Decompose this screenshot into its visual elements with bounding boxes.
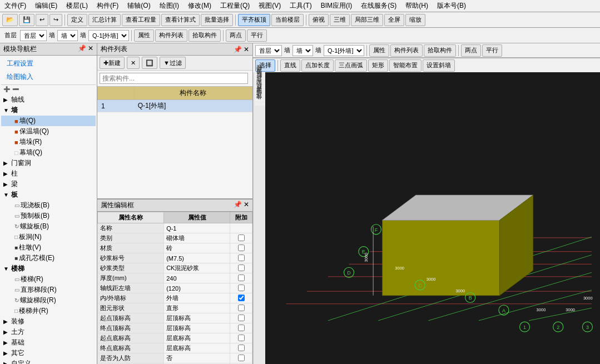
nav-wall-q[interactable]: ■ 墙(Q) [1, 116, 96, 126]
nav-col-cap[interactable]: ■ 柱墩(V) [1, 242, 96, 253]
col-expand-icon[interactable]: ▶ [3, 171, 10, 177]
nav-stair-r[interactable]: ▭ 楼梯(R) [1, 274, 96, 285]
tb-open[interactable]: 📂 [2, 14, 18, 26]
props-checkbox[interactable] [238, 245, 245, 251]
beam-expand-icon[interactable]: ▶ [3, 181, 10, 187]
menu-component[interactable]: 构件(F) [95, 1, 121, 11]
tb-top-view[interactable]: 俯视 [309, 14, 329, 26]
nav-earthwork[interactable]: ▶ 土方 [1, 327, 96, 337]
tool-merge-btn[interactable]: 合并 [255, 85, 265, 88]
draw-line-btn[interactable]: 直线 [280, 59, 300, 72]
tool-break-btn[interactable]: 打断 [255, 81, 265, 84]
tb-two-point[interactable]: 两点 [226, 29, 246, 42]
custom-expand-icon[interactable]: ▶ [3, 361, 10, 364]
wall-expand-icon[interactable]: ▼ [3, 107, 10, 113]
view-comp-list-btn[interactable]: 构件列表 [390, 44, 423, 57]
props-value-cell[interactable]: 层顶标高 [164, 323, 230, 333]
props-value-cell[interactable]: (120) [164, 283, 230, 293]
nav-wall-buttress[interactable]: ■ 墙垛(R) [1, 137, 96, 147]
menu-online[interactable]: 在线服务(S) [359, 1, 399, 11]
menu-version[interactable]: 版本号(B) [435, 1, 468, 11]
props-value-cell[interactable]: 砖 [164, 243, 230, 253]
props-add-cell[interactable] [230, 283, 252, 293]
menu-help[interactable]: 帮助(H) [403, 1, 430, 11]
props-add-cell[interactable] [230, 263, 252, 273]
wall-dropdown[interactable]: 墙 [57, 30, 78, 41]
menu-floor[interactable]: 楼层(L) [64, 1, 90, 11]
nav-curtain-wall[interactable]: □ 幕墙(Q) [1, 147, 96, 158]
tb-define[interactable]: 定义 [67, 14, 87, 26]
nav-stairs-header[interactable]: ▼ 楼梯 [1, 263, 96, 274]
view-outer-wall-dropdown[interactable]: Q-1[外墙] [324, 45, 364, 56]
nav-slab-header[interactable]: ▼ 板 [1, 190, 96, 200]
props-value-cell[interactable]: Q-1 [164, 223, 230, 233]
view-wall-type-dropdown[interactable]: 墙 [292, 45, 313, 56]
draw-point-len-btn[interactable]: 点加长度 [301, 59, 334, 72]
props-checkbox[interactable] [238, 275, 245, 281]
nav-add-btn[interactable]: ➕ [3, 86, 10, 92]
props-add-cell[interactable] [230, 293, 252, 303]
nav-slab-hole[interactable]: □ 板洞(N) [1, 232, 96, 242]
tb-local-3d[interactable]: 局部三维 [351, 14, 383, 26]
tb-fullscreen[interactable]: 全屏 [384, 14, 404, 26]
nav-core-mold[interactable]: ■ 成孔芯模(E) [1, 253, 96, 263]
nav-spiral-slab[interactable]: ↻ 螺旋板(B) [1, 221, 96, 232]
props-value-cell[interactable]: 240 [164, 273, 230, 283]
menu-file[interactable]: 文件(F) [2, 1, 28, 11]
tb-comp-list[interactable]: 构件列表 [155, 29, 187, 42]
nav-decoration[interactable]: ▶ 装修 [1, 316, 96, 327]
nav-stair-straight[interactable]: ▭ 直形梯段(R) [1, 285, 96, 295]
props-add-cell[interactable] [230, 303, 252, 313]
tb-current-floor[interactable]: 当前楼层 [271, 14, 304, 26]
nav-pin-icon[interactable]: 📌 ✕ [78, 44, 93, 54]
props-add-cell[interactable] [230, 313, 252, 323]
menu-edit[interactable]: 编辑(E) [33, 1, 59, 11]
stairs-expand-icon[interactable]: ▼ [3, 266, 10, 272]
props-add-cell[interactable] [230, 223, 252, 233]
tool-stretch-btn[interactable]: 拉伸 [255, 102, 265, 106]
tb-undo[interactable]: ↩ [36, 14, 48, 26]
tb-view-calc[interactable]: 查看计算式 [161, 14, 200, 26]
tb-pick-comp[interactable]: 拾取构件 [189, 29, 221, 42]
props-checkbox[interactable] [238, 355, 245, 361]
comp-row[interactable]: 1 Q-1[外墙] [98, 100, 252, 112]
comp-list-controls[interactable]: 📌 ✕ [234, 46, 249, 53]
nav-minus-btn[interactable]: ➖ [12, 86, 19, 92]
nav-custom[interactable]: ▶ 自定义 [1, 358, 96, 364]
props-value-cell[interactable]: 砌体墙 [164, 233, 230, 243]
menu-view[interactable]: 视图(V) [256, 1, 283, 11]
tb-batch-select[interactable]: 批量选择 [201, 14, 233, 26]
props-checkbox[interactable] [238, 255, 245, 261]
tool-split-btn[interactable]: 分割 [255, 89, 265, 92]
comp-copy-btn[interactable]: 🔲 [142, 57, 157, 69]
tool-extend-btn[interactable]: 延伸 [255, 73, 265, 77]
tb-3d-view[interactable]: 三维 [330, 14, 350, 26]
slab-expand-icon[interactable]: ▼ [3, 192, 10, 198]
draw-rect-btn[interactable]: 矩形 [368, 59, 388, 72]
tool-trim-btn[interactable]: 修剪 [255, 77, 265, 81]
canvas-area[interactable]: F E D C B A [265, 72, 600, 364]
tb-calc-total[interactable]: 汇总计算 [88, 14, 121, 26]
comp-new-btn[interactable]: ✚ 新建 [100, 57, 125, 69]
props-add-cell[interactable] [230, 253, 252, 263]
props-checkbox[interactable] [238, 235, 245, 241]
nav-column[interactable]: ▶ 柱 [1, 168, 96, 179]
tb-property[interactable]: 属性 [134, 29, 154, 42]
props-checkbox[interactable] [238, 315, 245, 321]
nav-door-window[interactable]: ▶ 门窗洞 [1, 158, 96, 168]
nav-cast-slab[interactable]: ▭ 现浇板(B) [1, 200, 96, 211]
view-floor-dropdown[interactable]: 首层 [255, 45, 282, 56]
props-checkbox[interactable] [238, 285, 245, 291]
earth-expand-icon[interactable]: ▶ [3, 329, 10, 335]
props-value-cell[interactable]: 外墙 [164, 293, 230, 303]
tb-zoom[interactable]: 缩放 [405, 14, 425, 26]
props-checkbox[interactable] [238, 305, 245, 311]
props-checkbox[interactable] [238, 295, 245, 301]
found-expand-icon[interactable]: ▶ [3, 340, 10, 346]
nav-beam[interactable]: ▶ 梁 [1, 179, 96, 190]
props-checkbox[interactable] [238, 325, 245, 331]
outer-wall-dropdown[interactable]: Q-1[外墙] [88, 30, 129, 41]
nav-project-settings[interactable]: 工程设置 [4, 58, 36, 69]
nav-foundation[interactable]: ▶ 基础 [1, 337, 96, 348]
view-parallel-btn[interactable]: 平行 [482, 44, 502, 57]
